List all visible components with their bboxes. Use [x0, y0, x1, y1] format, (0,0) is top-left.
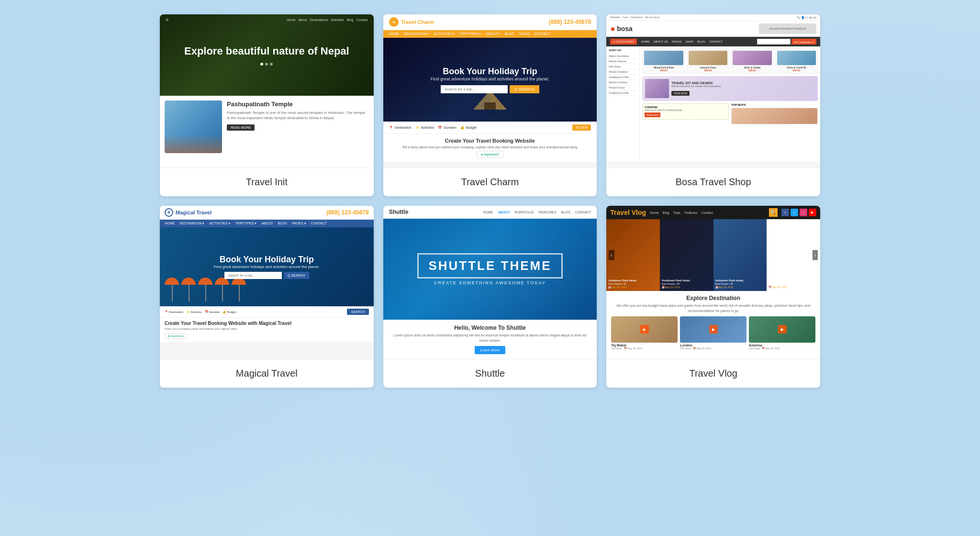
mt-act-icon: ⚡ — [186, 310, 189, 313]
bosa-nav-shop[interactable]: SHOP — [685, 40, 693, 43]
sh-nav-about[interactable]: ABOUT — [498, 211, 510, 214]
sh-nav-blog[interactable]: BLOG — [561, 211, 570, 214]
mt-dur-label: Duration — [209, 311, 220, 313]
tc-nav-trip[interactable]: TRIPTYPES ▾ — [459, 32, 481, 36]
bosa-cat-6[interactable]: Women Outdoors — [609, 80, 637, 85]
mt-header: ✈ Magical Travel (888) 123-45678 — [160, 206, 374, 220]
tc-filter-button[interactable]: FILTER — [572, 124, 591, 131]
vlog-next-button[interactable]: › — [813, 250, 818, 260]
tc-nav-blog[interactable]: BLOG — [505, 32, 514, 36]
tc-nav-act[interactable]: ACTIVITIES ▾ — [434, 32, 455, 36]
vlog-instagram-button[interactable]: ◯ — [800, 209, 807, 216]
bosa-nav-about[interactable]: ABOUT US — [653, 40, 668, 43]
card-magical-travel: ✈ Magical Travel (888) 123-45678 HOME DE… — [160, 206, 374, 388]
tc-nav-home[interactable]: HOME — [389, 32, 399, 36]
svg-rect-2 — [484, 102, 496, 110]
vlog-slide-1-date: 📅 May 06, 2022 — [608, 286, 637, 289]
bosa-nav-pages[interactable]: PAGES — [672, 40, 681, 43]
bosa-shop-now-button[interactable]: SHOP NOW — [671, 91, 690, 96]
tc-nav-taxes[interactable]: TAXES — [519, 32, 529, 36]
bosa-search-button[interactable]: All Categories ▾ — [791, 39, 816, 45]
tc-filter-activities: ⚡ Activities — [415, 126, 434, 130]
bosa-preview: Wishlist Cart Checkout My Account 🔍 👤 🛒 … — [606, 14, 820, 168]
sh-nav-features[interactable]: FEATURES — [539, 211, 557, 214]
mt-hero: Book Your Holiday Trip Find great advent… — [160, 227, 374, 306]
bosa-top-buys-section: TOP BUYS — [731, 103, 818, 124]
mt-nav-blog[interactable]: BLOG — [278, 222, 287, 225]
mt-tripadvisor-badge: ● tripadvisor — [165, 333, 187, 339]
mt-nav-about[interactable]: ABOUT — [261, 222, 273, 225]
bosa-content: SORT BY Alpena Sportswear Women Glasses … — [606, 46, 820, 161]
mt-nav-trip[interactable]: TRIPTYPES ▾ — [235, 222, 257, 225]
bosa-feature-text: TRAVEL KIT AND GEARS! Browse and shop ou… — [671, 81, 721, 96]
tc-nav-dest[interactable]: DESTINATION ▾ — [404, 32, 429, 36]
tc-nav-contact[interactable]: CONTACT — [535, 32, 550, 36]
bosa-cat-1[interactable]: Alpena Sportswear — [609, 54, 637, 59]
sh-nav-home[interactable]: HOME — [483, 211, 493, 214]
vlog-nav-blog[interactable]: Blog — [663, 211, 669, 214]
mt-search-button[interactable]: Q SEARCH — [284, 272, 309, 279]
vlog-prev-button[interactable]: ‹ — [609, 250, 614, 260]
sh-nav-portfolio[interactable]: PORTFOLIO — [514, 211, 534, 214]
bosa-cat-3[interactable]: Kids Shoes — [609, 64, 637, 69]
vlog-dest-1-play-button[interactable]: ▶ — [640, 325, 649, 334]
bosa-cat-2[interactable]: Women Glasses — [609, 59, 637, 64]
tc-hero-title: Book Your Holiday Trip — [443, 67, 537, 77]
bosa-categories-button[interactable]: ≡ CATEGORIES — [610, 39, 637, 45]
mt-nav-act[interactable]: ACTIVITIES ▾ — [209, 222, 230, 225]
vlog-content: Explore Destination We offer you our low… — [606, 291, 820, 355]
bosa-nav-home[interactable]: HOME — [641, 40, 649, 43]
mt-logo-text: Magical Travel — [176, 210, 212, 215]
vlog-slide-1-info: Ashdown Park Hotel, East Sussex, UK 📅 Ma… — [608, 279, 637, 289]
mt-filter-dest: 📍 Destination — [165, 310, 183, 313]
mt-nav-home[interactable]: HOME — [165, 222, 175, 225]
tc-search-input[interactable] — [441, 85, 508, 93]
magical-preview: ✈ Magical Travel (888) 123-45678 HOME DE… — [160, 206, 374, 359]
vlog-nav-trips[interactable]: Trips — [673, 211, 680, 214]
vlog-youtube-button[interactable]: ▶ — [809, 209, 816, 216]
vlog-search-button[interactable]: 🔍 — [769, 208, 778, 217]
tc-dur-icon: 📅 — [438, 126, 442, 130]
card-shuttle: Shuttle HOME ABOUT PORTFOLIO FEATURES BL… — [383, 206, 597, 388]
bosa-cat-8[interactable]: Sunglasses & Kids — [609, 90, 637, 96]
vlog-nav-home[interactable]: Home — [650, 211, 659, 214]
bosa-cat-4[interactable]: Women Sneakers — [609, 69, 637, 75]
bosa-cat-7[interactable]: Panda & Scout — [609, 85, 637, 90]
sh-nav-contact[interactable]: CONTACT — [575, 211, 591, 214]
bosa-feature-title: TRAVEL KIT AND GEARS! — [671, 81, 721, 85]
mt-bud-label: Budget — [227, 311, 236, 313]
bosa-nav-contact[interactable]: CONTACT — [709, 40, 723, 43]
vlog-nav-contact[interactable]: Contact — [702, 211, 713, 214]
mt-search-input[interactable] — [224, 272, 282, 279]
mt-bottom-title: Create Your Travel Booking Website with … — [165, 321, 369, 326]
vlog-dest-3-info: America 260 Views 📅 May 06, 2022 — [749, 343, 815, 351]
vlog-twitter-button[interactable]: t — [791, 209, 798, 216]
tc-search-button[interactable]: Q SEARCH — [510, 85, 539, 93]
vlog-dest-1-views: 260 Views 📅 May 06, 2022 — [611, 347, 678, 350]
tc-dest-icon: 📍 — [389, 126, 393, 130]
bosa-cat-5[interactable]: Sunglasses & Kids — [609, 75, 637, 80]
vlog-slide-2-info: Ashdown Park Hotel, East Sussex, UK 📅 Ma… — [662, 279, 690, 289]
bosa-coupon-button[interactable]: Read more — [645, 112, 660, 117]
bosa-feature-sub: Browse and shop our outdoor and travel g… — [671, 85, 721, 88]
vlog-nav-features[interactable]: Features — [684, 211, 698, 214]
mt-nav-contact[interactable]: CONTACT — [311, 222, 327, 225]
sh-learn-more-button[interactable]: Learn More — [475, 346, 506, 354]
vlog-dest-1-info: Taj Mahal 260 Views 📅 May 06, 2022 — [611, 343, 678, 351]
vlog-slide-3-title: Ashdown Park Hotel, — [715, 279, 744, 282]
bosa-nav: ≡ CATEGORIES HOME ABOUT US PAGES SHOP BL… — [606, 37, 820, 46]
vlog-dest-2-play-button[interactable]: ▶ — [709, 325, 718, 334]
mt-filter-act: ⚡ Activities — [186, 310, 202, 313]
mt-search-filter-button[interactable]: SEARCH — [347, 309, 368, 315]
mt-nav-pages[interactable]: PAGES ▾ — [292, 222, 306, 225]
ti-hero: ☰ Home About Destinations Activities Blo… — [160, 14, 374, 96]
card-travel-charm: ✈ Travel Charm (888) 123-45678 HOME DEST… — [383, 14, 597, 196]
bosa-nav-blog[interactable]: BLOG — [697, 40, 705, 43]
vlog-facebook-button[interactable]: f — [781, 209, 789, 216]
tc-nav-about[interactable]: ABOUT ▾ — [486, 32, 500, 36]
ti-read-more-button[interactable]: READ MORE — [227, 124, 255, 131]
mt-hero-subtitle: Find great adventure holidays and activi… — [214, 265, 320, 269]
vlog-dest-3-play-button[interactable]: ▶ — [778, 325, 787, 334]
mt-nav-dest[interactable]: DESTINATION ▾ — [179, 222, 204, 225]
bosa-search-input[interactable] — [757, 39, 791, 45]
